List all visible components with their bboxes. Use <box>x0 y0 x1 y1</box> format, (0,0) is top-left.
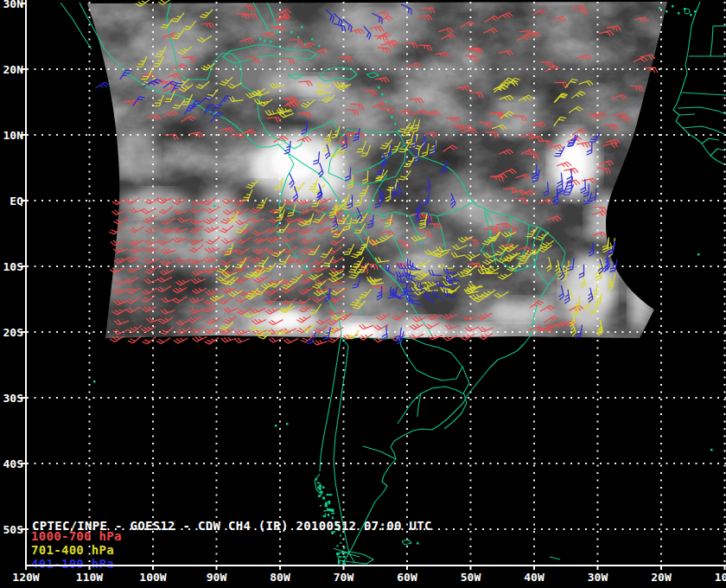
goes12-cdw-satellite-map: CPTEC/INPE - GOES12 - CDW CH4 (IR) 20100… <box>0 0 726 588</box>
product-title: CPTEC/INPE - GOES12 - CDW CH4 (IR) 20100… <box>32 519 432 533</box>
lat-tick-30N: 30N <box>0 0 23 10</box>
lon-tick-20W: 20W <box>642 572 680 583</box>
lat-tick-20N: 20N <box>0 64 23 75</box>
x-axis-line <box>25 565 726 566</box>
lon-tick-120W: 120W <box>7 572 45 583</box>
map-canvas <box>0 0 726 588</box>
lon-tick-30W: 30W <box>579 572 617 583</box>
lon-tick-80W: 80W <box>261 572 299 583</box>
lon-tick-40W: 40W <box>515 572 553 583</box>
lat-tick-10N: 10N <box>0 130 23 141</box>
lat-tick-40S: 40S <box>0 458 23 470</box>
satellite-ir-swath <box>78 0 674 350</box>
lon-tick-50W: 50W <box>452 572 490 583</box>
lon-tick-100W: 100W <box>134 572 172 583</box>
lat-tick-20S: 20S <box>0 327 23 338</box>
lon-tick-70W: 70W <box>325 572 363 583</box>
lon-tick-110W: 110W <box>71 572 109 583</box>
lon-tick-60W: 60W <box>388 572 426 583</box>
lat-tick-50S: 50S <box>0 524 23 535</box>
y-axis-line <box>25 0 27 567</box>
lat-tick-30S: 30S <box>0 393 23 404</box>
legend-item-mid: 701-400 hPa <box>31 543 114 557</box>
lat-tick-10S: 10S <box>0 261 23 272</box>
lon-tick-10W: 10W <box>706 572 726 583</box>
legend-item-high: 401-100 hPa <box>31 557 114 571</box>
lat-tick-EQ: EQ <box>0 195 23 207</box>
lon-tick-90W: 90W <box>198 572 236 583</box>
